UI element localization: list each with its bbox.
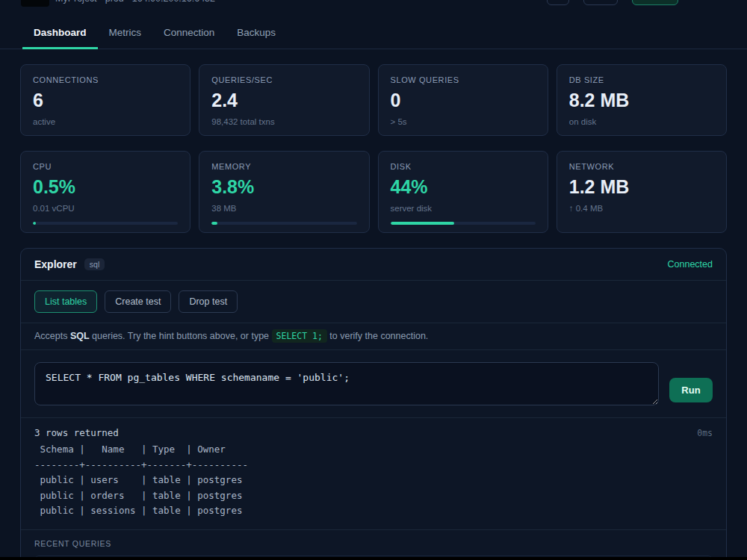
explorer-title: Explorer <box>34 258 77 270</box>
header-action-button-1[interactable] <box>547 0 569 5</box>
header-actions <box>547 0 678 5</box>
stat-value: 6 <box>33 90 178 111</box>
query-editor-row: SELECT * FROM pg_tables WHERE schemaname… <box>21 349 726 417</box>
window-header: MyProject · prod · 164.90.200.16:6432 <box>0 0 747 9</box>
recent-queries-label: RECENT QUERIES <box>34 539 713 548</box>
help-text-part: to verify the connection. <box>327 331 429 341</box>
result-summary-row: 3 rows returned 0ms <box>34 427 713 438</box>
gauge-label: DISK <box>391 162 536 171</box>
help-text-part: queries. Try the hint buttons above, or … <box>90 331 272 341</box>
gauge-value: 0.5% <box>33 176 178 197</box>
gauge-card-disk: DISK 44% server disk <box>378 151 548 233</box>
cpu-usage-bar <box>33 222 178 225</box>
memory-usage-bar <box>211 222 356 225</box>
stat-label: QUERIES/SEC <box>211 75 356 84</box>
stat-sub: on disk <box>569 117 714 126</box>
gauge-value: 3.8% <box>211 176 356 197</box>
result-table-row: public | users | table | postgres <box>34 473 713 488</box>
gauge-sub: 0.01 vCPU <box>33 204 178 213</box>
stat-value: 0 <box>391 90 536 111</box>
help-text: Accepts SQL queries. Try the hint button… <box>21 323 726 349</box>
result-table-row: public | orders | table | postgres <box>34 488 713 504</box>
bottom-edge <box>0 557 747 560</box>
stat-label: CONNECTIONS <box>33 75 178 84</box>
inline-code-chip: SELECT 1; <box>272 329 327 343</box>
hint-button-row: List tables Create test Drop test <box>21 280 726 323</box>
tab-connection[interactable]: Connection <box>152 18 226 49</box>
recent-queries-section: RECENT QUERIES CREATE TABLE _test (id se… <box>21 529 726 560</box>
stat-value: 8.2 MB <box>569 90 714 111</box>
tab-bar: Dashboard Metrics Connection Backups <box>0 18 747 49</box>
hint-button-drop-test[interactable]: Drop test <box>179 290 238 313</box>
gauge-sub: ↑ 0.4 MB <box>569 204 714 213</box>
cpu-usage-bar-fill <box>33 222 36 225</box>
gauge-label: MEMORY <box>211 162 356 171</box>
gauge-sub: server disk <box>391 204 536 213</box>
run-query-button[interactable]: Run <box>669 378 713 402</box>
stat-value: 2.4 <box>211 90 356 111</box>
memory-usage-bar-fill <box>211 222 217 225</box>
result-table-header: Schema | Name | Type | Owner <box>34 442 713 458</box>
sql-badge: sql <box>84 258 105 270</box>
gauge-value: 44% <box>391 176 536 197</box>
tab-backups[interactable]: Backups <box>226 18 287 49</box>
stat-label: SLOW QUERIES <box>391 75 536 84</box>
rows-returned-text: 3 rows returned <box>34 427 119 438</box>
help-text-bold: SQL <box>70 331 90 341</box>
stat-card-slow-queries: SLOW QUERIES 0 > 5s <box>378 64 548 136</box>
gauge-card-cpu: CPU 0.5% 0.01 vCPU <box>20 151 190 233</box>
stat-sub: active <box>33 117 178 126</box>
query-duration: 0ms <box>697 428 713 438</box>
stat-label: DB SIZE <box>569 75 714 84</box>
query-results: 3 rows returned 0ms Schema | Name | Type… <box>21 417 726 529</box>
gauge-sub: 38 MB <box>211 204 356 213</box>
result-table-separator: --------+----------+-------+---------- <box>34 458 713 473</box>
gauge-card-row: CPU 0.5% 0.01 vCPU MEMORY 3.8% 38 MB DIS… <box>0 136 747 233</box>
project-subtitle: MyProject · prod · 164.90.200.16:6432 <box>55 0 215 4</box>
gauge-label: CPU <box>33 162 178 171</box>
stat-card-connections: CONNECTIONS 6 active <box>20 64 190 136</box>
stat-card-row: CONNECTIONS 6 active QUERIES/SEC 2.4 98,… <box>0 49 747 136</box>
stat-sub: > 5s <box>391 117 536 126</box>
header-primary-button[interactable] <box>632 0 678 5</box>
sql-query-input[interactable]: SELECT * FROM pg_tables WHERE schemaname… <box>34 362 659 405</box>
result-table-row: public | sessions | table | postgres <box>34 503 713 519</box>
sql-explorer-panel: Explorer sql Connected List tables Creat… <box>20 248 727 560</box>
gauge-card-memory: MEMORY 3.8% 38 MB <box>199 151 369 233</box>
hint-button-list-tables[interactable]: List tables <box>34 290 97 313</box>
hint-button-create-test[interactable]: Create test <box>105 290 171 313</box>
disk-usage-bar-fill <box>391 222 454 225</box>
help-text-part: Accepts <box>34 331 70 341</box>
disk-usage-bar <box>391 222 536 225</box>
app-logo <box>21 0 49 7</box>
connection-status-badge: Connected <box>668 259 713 270</box>
gauge-value: 1.2 MB <box>569 176 714 197</box>
tab-metrics[interactable]: Metrics <box>98 18 153 49</box>
stat-card-db-size: DB SIZE 8.2 MB on disk <box>557 64 727 136</box>
tab-dashboard[interactable]: Dashboard <box>22 18 98 49</box>
header-action-button-2[interactable] <box>583 0 618 5</box>
stat-card-queries-sec: QUERIES/SEC 2.4 98,432 total txns <box>199 64 369 136</box>
gauge-card-network: NETWORK 1.2 MB ↑ 0.4 MB <box>557 151 727 233</box>
explorer-header: Explorer sql Connected <box>21 249 726 280</box>
gauge-label: NETWORK <box>569 162 714 171</box>
stat-sub: 98,432 total txns <box>211 117 356 126</box>
